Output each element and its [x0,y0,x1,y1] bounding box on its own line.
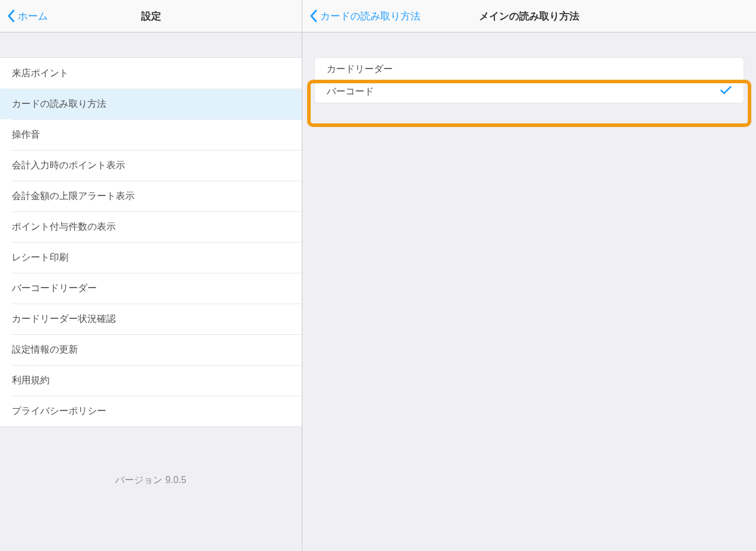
back-to-card-read-method-label: カードの読み取り方法 [320,9,421,23]
option-card-reader[interactable]: カードリーダー [315,58,744,80]
sidebar-item-point-display-on-checkout[interactable]: 会計入力時のポイント表示 [0,150,302,181]
sidebar-item-barcode-reader[interactable]: バーコードリーダー [0,273,302,304]
left-navbar: ホーム 設定 [0,0,302,32]
back-to-home-label: ホーム [18,9,48,23]
sidebar-item-label: カードの読み取り方法 [12,98,106,110]
sidebar-item-amount-upper-alert[interactable]: 会計金額の上限アラート表示 [0,181,302,211]
chevron-left-icon [7,9,15,22]
right-navbar: カードの読み取り方法 メインの読み取り方法 [302,0,756,32]
back-to-card-read-method-button[interactable]: カードの読み取り方法 [307,7,423,25]
sidebar-item-terms[interactable]: 利用規約 [0,365,302,396]
sidebar-item-point-grant-count-display[interactable]: ポイント付与件数の表示 [0,211,302,242]
sidebar-item-label: 操作音 [12,129,40,141]
settings-master-pane: ホーム 設定 来店ポイント カードの読み取り方法 操作音 会計入力時のポイント表… [0,0,302,551]
check-icon [720,86,732,97]
sidebar-item-card-reader-status[interactable]: カードリーダー状況確認 [0,304,302,334]
sidebar-item-label: 利用規約 [12,374,50,387]
sidebar-item-label: 会計金額の上限アラート表示 [12,190,135,203]
settings-detail-pane: カードの読み取り方法 メインの読み取り方法 カードリーダー バーコード [302,0,756,551]
right-title: メインの読み取り方法 [479,9,579,23]
option-label: バーコード [327,86,374,98]
sidebar-item-label: 会計入力時のポイント表示 [12,159,125,172]
back-to-home-button[interactable]: ホーム [5,7,50,25]
sidebar-item-receipt-print[interactable]: レシート印刷 [0,242,302,273]
sidebar-item-label: プライバシーポリシー [12,405,106,418]
settings-menu: 来店ポイント カードの読み取り方法 操作音 会計入力時のポイント表示 会計金額の… [0,57,302,427]
chevron-left-icon [309,9,318,22]
main-read-method-options: カードリーダー バーコード [314,57,744,103]
sidebar-item-card-read-method[interactable]: カードの読み取り方法 [0,89,302,119]
sidebar-item-privacy-policy[interactable]: プライバシーポリシー [0,396,302,426]
left-title: 設定 [141,9,161,23]
sidebar-item-label: 来店ポイント [12,67,69,80]
option-barcode[interactable]: バーコード [315,80,744,103]
sidebar-item-visit-points[interactable]: 来店ポイント [0,58,302,89]
sidebar-item-label: ポイント付与件数の表示 [12,221,116,233]
option-label: カードリーダー [327,63,393,76]
sidebar-item-label: バーコードリーダー [12,282,97,295]
sidebar-item-label: レシート印刷 [12,252,69,264]
sidebar-item-sound[interactable]: 操作音 [0,119,302,150]
version-label: バージョン 9.0.5 [0,474,302,487]
sidebar-item-label: 設定情報の更新 [12,344,78,356]
sidebar-item-label: カードリーダー状況確認 [12,313,116,325]
sidebar-item-update-settings[interactable]: 設定情報の更新 [0,334,302,365]
